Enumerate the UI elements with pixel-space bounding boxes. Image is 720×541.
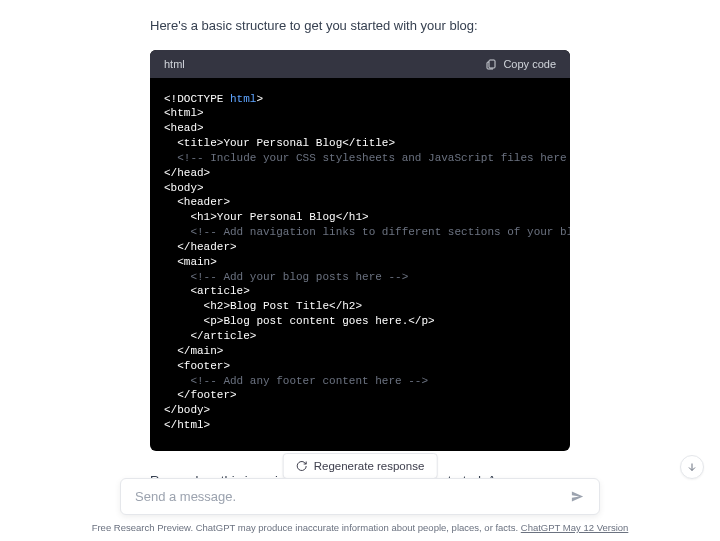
disclaimer-footer: Free Research Preview. ChatGPT may produ… [0, 522, 720, 533]
regenerate-label: Regenerate response [314, 460, 425, 472]
regenerate-response-button[interactable]: Regenerate response [283, 453, 438, 479]
refresh-icon [296, 460, 308, 472]
copy-code-button[interactable]: Copy code [485, 58, 556, 70]
intro-text: Here's a basic structure to get you star… [150, 16, 570, 36]
message-input-bar [120, 478, 600, 515]
copy-code-label: Copy code [503, 58, 556, 70]
scroll-to-bottom-button[interactable] [680, 455, 704, 479]
clipboard-icon [485, 58, 497, 70]
disclaimer-text: Free Research Preview. ChatGPT may produ… [92, 522, 521, 533]
code-language-label: html [164, 58, 185, 70]
code-block: html Copy code <!DOCTYPE html><html><hea… [150, 50, 570, 451]
send-icon[interactable] [570, 489, 585, 504]
svg-rect-0 [489, 60, 495, 68]
message-input[interactable] [135, 489, 570, 504]
version-link[interactable]: ChatGPT May 12 Version [521, 522, 629, 533]
code-header: html Copy code [150, 50, 570, 78]
arrow-down-icon [686, 461, 698, 473]
code-content: <!DOCTYPE html><html><head> <title>Your … [150, 78, 570, 451]
